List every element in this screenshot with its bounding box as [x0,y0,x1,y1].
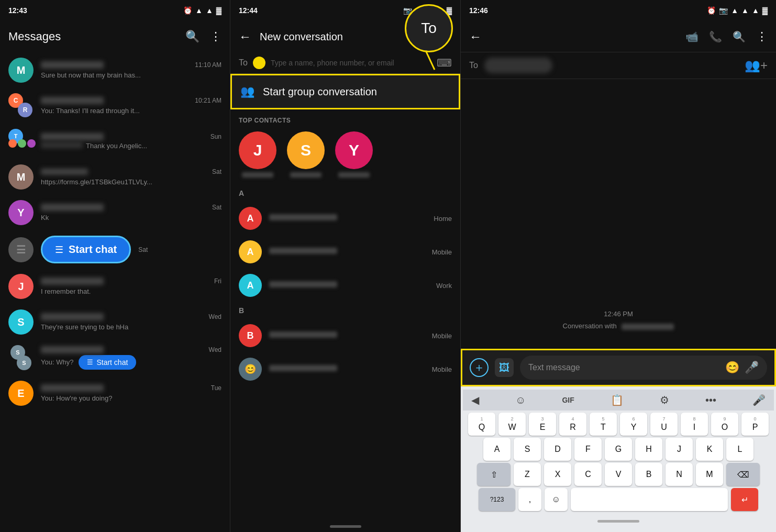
contact-type: Mobile [432,365,452,373]
key-N[interactable]: N [666,463,693,486]
conv-preview: You: Why? [41,358,73,366]
list-item[interactable]: J Fri I remember that. [0,269,230,304]
list-item[interactable]: E Tue You: How're you doing? [0,375,230,411]
comma-key[interactable]: , [518,488,541,511]
avatar: E [8,381,34,406]
list-item[interactable]: M Sat https://forms.gle/1TSBkGeu1TLVLy..… [0,159,230,195]
key-U[interactable]: 7U [650,413,678,436]
backspace-key[interactable]: ⌫ [726,463,760,486]
contact-bubble[interactable]: S [287,131,325,178]
key-X[interactable]: X [544,463,571,486]
start-chat-item[interactable]: ☰ ☰ Start chat Sat [0,230,230,269]
to-input[interactable]: Type a name, phone number, or email [271,59,431,67]
conv-preview: You: Thanks! I'll read through it... [41,107,140,115]
gallery-button[interactable]: 🖼 [495,358,514,377]
key-C[interactable]: C [574,463,602,486]
key-S[interactable]: S [514,438,541,461]
emoji-button[interactable]: 😊 [725,361,739,374]
search-icon-chat[interactable]: 🔍 [733,30,746,43]
key-R[interactable]: 4R [559,413,586,436]
key-F[interactable]: F [574,438,602,461]
avatar: S [8,309,34,335]
contact-avatar-s: S [287,131,325,169]
keyboard-home-indicator [597,520,639,523]
key-L[interactable]: L [726,438,753,461]
chat-timestamp: 12:46 PM [469,310,768,318]
keyboard-settings-icon[interactable]: ⚙ [660,394,669,406]
key-W[interactable]: 2W [498,413,526,436]
video-call-icon[interactable]: 📹 [685,30,699,43]
key-P[interactable]: 0P [741,413,769,436]
keyboard-back-icon[interactable]: ◀ [471,394,479,406]
dialpad-icon[interactable]: ⌨ [437,57,452,69]
list-item[interactable]: S S Wed You: Why? ☰ Start chat [0,340,230,375]
list-item[interactable]: Y Sat Kk [0,195,230,230]
space-key[interactable] [571,488,728,511]
list-item[interactable]: M 11:10 AM Sure but now that my brain ha… [0,52,230,88]
chat-back-button[interactable]: ← [469,29,482,44]
key-O[interactable]: 9O [711,413,738,436]
add-attachment-button[interactable]: ＋ [470,358,489,377]
key-Z[interactable]: Z [514,463,541,486]
list-item[interactable]: S Wed They're sure trying to be hHa [0,304,230,340]
keyboard-mic-icon[interactable]: 🎤 [752,394,766,406]
contact-row[interactable]: A Home [239,202,452,235]
conv-preview: They're sure trying to be hHa [41,323,128,331]
key-Y[interactable]: 6Y [620,413,647,436]
start-chat-button[interactable]: ☰ Start chat [41,236,131,263]
key-E[interactable]: 3E [529,413,556,436]
list-item[interactable]: C R 10:21 AM You: Thanks! I'll read thro… [0,88,230,124]
list-item[interactable]: T Sun Thank you Angelic... [0,124,230,159]
key-H[interactable]: H [635,438,662,461]
more-options-icon-chat[interactable]: ⋮ [756,30,768,43]
key-M[interactable]: M [696,463,723,486]
contact-row[interactable]: A Work [239,269,452,302]
conv-content: Fri I remember that. [41,278,221,296]
keyboard-gif-button[interactable]: GIF [562,396,574,404]
emoji-key[interactable]: ☺ [545,488,568,511]
key-J[interactable]: J [666,438,693,461]
key-D[interactable]: D [544,438,571,461]
key-Q[interactable]: 1Q [468,413,495,436]
conv-name-row: 11:10 AM [41,61,221,69]
enter-key[interactable]: ↵ [731,488,758,511]
signal-icon: ▲ [206,6,213,15]
contact-row[interactable]: B Mobile [239,319,452,352]
key-I[interactable]: 8I [681,413,708,436]
key-K[interactable]: K [696,438,723,461]
contact-avatar: A [239,207,262,230]
contact-row[interactable]: A Mobile [239,235,452,269]
contact-bubble[interactable]: J [239,131,276,178]
numbers-key[interactable]: ?123 [479,488,515,511]
shift-key[interactable]: ⇧ [477,463,511,486]
add-recipient-icon[interactable]: 👥+ [745,58,768,73]
key-B[interactable]: B [635,463,662,486]
contact-bubble[interactable]: Y [335,131,373,178]
search-icon[interactable]: 🔍 [185,30,199,43]
contact-name-s [290,172,322,178]
message-text-input[interactable]: Text message 😊 🎤 [520,356,767,380]
start-group-conversation-button[interactable]: 👥 Start group conversation [230,74,460,109]
new-conversation-panel: To 12:44 📷 ▲ ▲ ▲ ▓ ← New conversation To… [230,0,461,532]
key-G[interactable]: G [605,438,632,461]
start-chat-button-small[interactable]: ☰ Start chat [79,355,136,370]
contact-name-j [242,172,273,178]
contact-row[interactable]: 😊 Mobile [239,352,452,386]
keyboard-clipboard-icon[interactable]: 📋 [611,394,624,406]
back-button[interactable]: ← [239,29,251,44]
conv-preview-part1 [41,142,83,148]
keyboard-emoji-panel-icon[interactable]: ☺ [515,394,526,406]
contact-info [269,248,425,256]
start-chat-icon-bg: ☰ [8,237,34,262]
key-T[interactable]: 5T [590,413,617,436]
keyboard-row-3: ⇧ Z X C V B N M ⌫ [463,463,774,486]
more-options-icon[interactable]: ⋮ [210,30,221,43]
key-V[interactable]: V [605,463,632,486]
time-3: 12:46 [469,6,488,15]
microphone-button[interactable]: 🎤 [745,361,759,374]
phone-icon[interactable]: 📞 [709,30,722,43]
to-label: To [239,58,248,68]
key-A[interactable]: A [483,438,511,461]
keyboard-more-icon[interactable]: ••• [705,394,716,406]
conv-name-row: Fri [41,278,221,285]
